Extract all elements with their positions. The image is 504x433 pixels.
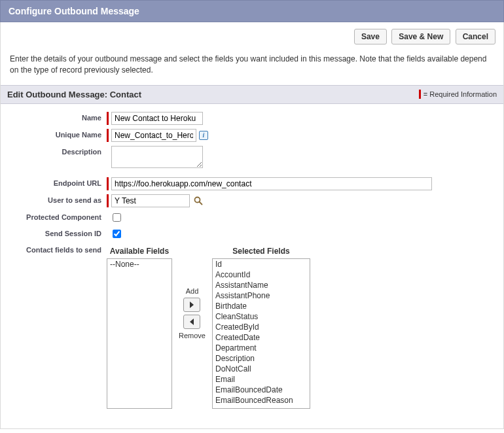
required-info-label: = Required Information <box>423 90 497 98</box>
label-protected-component: Protected Component <box>6 211 107 221</box>
send-session-id-checkbox[interactable] <box>113 230 121 238</box>
row-protected-component: Protected Component <box>6 211 498 224</box>
unique-name-input[interactable] <box>111 129 196 142</box>
label-send-session-id: Send Session ID <box>6 228 107 237</box>
list-item[interactable]: AssistantName <box>213 280 310 290</box>
label-description: Description <box>6 146 107 156</box>
list-item[interactable]: Birthdate <box>213 301 310 311</box>
list-item[interactable]: DoNotCall <box>213 364 310 374</box>
section-header: Edit Outbound Message: Contact = Require… <box>1 85 503 104</box>
info-icon[interactable]: i <box>199 131 208 140</box>
remove-button[interactable] <box>183 315 200 329</box>
selected-fields-list[interactable]: IdAccountIdAssistantNameAssistantPhoneBi… <box>212 258 310 409</box>
name-input[interactable] <box>111 112 203 125</box>
description-input[interactable] <box>111 146 203 168</box>
list-item[interactable]: CleanStatus <box>213 311 310 322</box>
svg-line-1 <box>200 201 202 204</box>
row-contact-fields: Contact fields to send Available Fields … <box>6 244 498 409</box>
page-header: Configure Outbound Message <box>0 0 504 22</box>
required-bar-icon <box>107 112 109 125</box>
list-item[interactable]: CreatedById <box>213 322 310 332</box>
list-item[interactable]: Email <box>213 374 310 385</box>
row-endpoint-url: Endpoint URL <box>6 177 498 190</box>
row-unique-name: Unique Name i <box>6 129 498 142</box>
form-area: Name Unique Name i Description Endpoint <box>1 104 503 428</box>
required-bar-icon <box>107 129 109 142</box>
required-bar-icon <box>107 177 109 190</box>
row-name: Name <box>6 112 498 125</box>
selected-fields-header: Selected Fields <box>212 247 310 256</box>
list-item[interactable]: --None-- <box>107 259 171 269</box>
selected-fields-block: Selected Fields IdAccountIdAssistantName… <box>212 247 310 409</box>
label-endpoint-url: Endpoint URL <box>6 177 107 187</box>
button-row: Save Save & New Cancel <box>1 22 503 48</box>
row-user-to-send-as: User to send as <box>6 194 498 207</box>
list-item[interactable]: AccountId <box>213 269 310 280</box>
remove-label: Remove <box>179 332 206 339</box>
list-item[interactable]: Department <box>213 343 310 353</box>
protected-component-checkbox[interactable] <box>113 213 121 222</box>
endpoint-url-input[interactable] <box>111 177 432 190</box>
page-title: Configure Outbound Message <box>9 6 139 16</box>
row-send-session-id: Send Session ID <box>6 228 498 240</box>
save-new-button[interactable]: Save & New <box>391 29 450 44</box>
row-description: Description <box>6 146 498 168</box>
required-mark-icon <box>419 90 421 99</box>
list-item[interactable]: Id <box>213 259 310 269</box>
section-title: Edit Outbound Message: Contact <box>7 90 141 99</box>
list-item[interactable]: EmailBouncedReason <box>213 395 310 406</box>
available-fields-list[interactable]: --None-- <box>107 258 172 409</box>
list-item[interactable]: EmailBouncedDate <box>213 385 310 395</box>
available-fields-block: Available Fields --None-- <box>107 247 172 409</box>
list-item[interactable]: AssistantPhone <box>213 290 310 301</box>
available-fields-header: Available Fields <box>107 247 172 256</box>
transfer-buttons: Add Remove <box>179 286 206 341</box>
label-contact-fields: Contact fields to send <box>6 244 107 254</box>
label-unique-name: Unique Name <box>6 129 107 139</box>
content: Save Save & New Cancel Enter the details… <box>0 22 504 429</box>
save-button[interactable]: Save <box>354 29 387 44</box>
list-item[interactable]: Description <box>213 353 310 364</box>
user-to-send-as-input[interactable] <box>111 194 190 207</box>
lookup-icon[interactable] <box>192 195 204 207</box>
label-user-to-send-as: User to send as <box>6 194 107 204</box>
cancel-button[interactable]: Cancel <box>456 29 495 44</box>
required-info: = Required Information <box>419 90 497 99</box>
label-name: Name <box>6 112 107 122</box>
dual-list: Available Fields --None-- Add Remove <box>107 247 310 409</box>
intro-text: Enter the details of your outbound messa… <box>1 48 503 85</box>
required-bar-icon <box>107 194 109 207</box>
add-button[interactable] <box>183 298 200 312</box>
add-label: Add <box>186 287 199 295</box>
list-item[interactable]: CreatedDate <box>213 332 310 343</box>
